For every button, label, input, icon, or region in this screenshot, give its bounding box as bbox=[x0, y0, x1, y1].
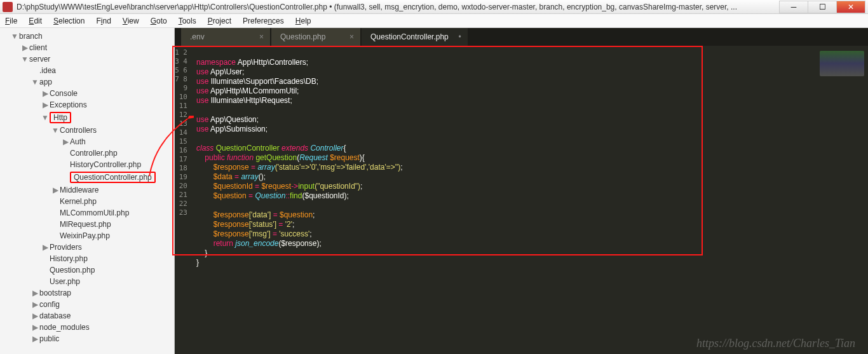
tree-label: QuestionController.php bbox=[70, 172, 156, 183]
menu-view[interactable]: View bbox=[123, 17, 139, 25]
tab-close-icon[interactable]: × bbox=[259, 32, 264, 41]
tree-label: Console bbox=[50, 89, 78, 98]
expand-icon[interactable]: ▼ bbox=[51, 126, 60, 135]
tab-close-icon[interactable]: • bbox=[459, 32, 461, 41]
tree-item[interactable]: ▼branch bbox=[0, 31, 174, 42]
tree-label: public bbox=[39, 334, 59, 343]
minimize-button[interactable]: ─ bbox=[779, 1, 808, 13]
expand-icon[interactable]: ▶ bbox=[51, 186, 60, 194]
menu-find[interactable]: Find bbox=[96, 17, 111, 25]
tree-item[interactable]: Controller.php bbox=[0, 147, 174, 159]
tab-label: Question.php bbox=[280, 32, 325, 41]
tree-item[interactable]: ▼app bbox=[0, 76, 174, 88]
menu-goto[interactable]: Goto bbox=[151, 17, 167, 25]
tree-item[interactable]: ▶Providers bbox=[0, 242, 174, 253]
editor-tab[interactable]: .env× bbox=[181, 28, 270, 46]
tree-label: User.php bbox=[50, 277, 80, 286]
tree-item[interactable]: ▶Auth bbox=[0, 136, 174, 147]
app-icon bbox=[3, 2, 13, 12]
close-button[interactable]: ✕ bbox=[836, 1, 865, 13]
tab-label: QuestionController.php bbox=[370, 32, 449, 41]
tree-item[interactable]: ▶public bbox=[0, 333, 174, 344]
tree-item[interactable]: ▶node_modules bbox=[0, 322, 174, 333]
tree-item[interactable]: ▶config bbox=[0, 299, 174, 310]
tree-item[interactable]: ▶Console bbox=[0, 88, 174, 99]
tree-label: Question.php bbox=[50, 266, 95, 275]
tree-label: Providers bbox=[50, 243, 82, 252]
menu-tools[interactable]: Tools bbox=[179, 17, 196, 25]
title-bar: D:\phpStudy\WWW\testEngLevel\branch\serv… bbox=[0, 0, 868, 14]
tree-label: MLCommomUtil.php bbox=[60, 208, 129, 217]
tree-item[interactable]: ▶Middleware bbox=[0, 184, 174, 196]
menu-project[interactable]: Project bbox=[208, 17, 231, 25]
editor-tab[interactable]: Question.php× bbox=[271, 28, 360, 46]
tree-item[interactable]: ▶Exceptions bbox=[0, 99, 174, 111]
tree-item[interactable]: MlRequest.php bbox=[0, 219, 174, 230]
tree-label: server bbox=[29, 55, 50, 64]
tree-label: config bbox=[39, 300, 60, 309]
tree-label: app bbox=[39, 78, 52, 86]
menu-file[interactable]: File bbox=[5, 17, 17, 25]
minimap[interactable] bbox=[811, 46, 868, 354]
expand-icon[interactable]: ▼ bbox=[41, 113, 50, 122]
tree-label: branch bbox=[19, 32, 43, 41]
tree-item[interactable]: WeixinPay.php bbox=[0, 230, 174, 242]
minimap-preview bbox=[820, 51, 864, 76]
window-title: D:\phpStudy\WWW\testEngLevel\branch\serv… bbox=[17, 3, 780, 11]
tree-label: History.php bbox=[50, 254, 88, 263]
tree-item[interactable]: User.php bbox=[0, 276, 174, 287]
expand-icon[interactable]: ▶ bbox=[31, 334, 39, 343]
tree-item[interactable]: ▼Controllers bbox=[0, 125, 174, 136]
window-controls: ─ ☐ ✕ bbox=[780, 1, 865, 13]
tree-label: Exceptions bbox=[50, 100, 87, 109]
tree-label: database bbox=[39, 311, 71, 320]
tree-label: client bbox=[29, 43, 47, 52]
sidebar[interactable]: ▼branch▶client▼server .idea▼app▶Console▶… bbox=[0, 28, 175, 354]
expand-icon[interactable]: ▶ bbox=[61, 137, 70, 146]
expand-icon[interactable]: ▶ bbox=[41, 100, 50, 109]
tree-label: Controller.php bbox=[70, 149, 118, 158]
tree-item[interactable]: Kernel.php bbox=[0, 196, 174, 207]
tab-close-icon[interactable]: × bbox=[349, 32, 354, 41]
tree-label: Auth bbox=[70, 137, 86, 146]
tree-item[interactable]: ▶database bbox=[0, 310, 174, 322]
menu-preferences[interactable]: Preferences bbox=[243, 17, 284, 25]
tree-item[interactable]: ▶client bbox=[0, 42, 174, 53]
expand-icon[interactable]: ▼ bbox=[31, 78, 39, 86]
editor-area: .env×Question.php×QuestionController.php… bbox=[175, 28, 868, 354]
expand-icon[interactable]: ▼ bbox=[20, 55, 29, 64]
tree-item[interactable]: QuestionController.php bbox=[0, 170, 174, 184]
expand-icon[interactable]: ▶ bbox=[31, 289, 39, 297]
tree-label: Kernel.php bbox=[60, 197, 97, 206]
menu-edit[interactable]: Edit bbox=[29, 17, 42, 25]
code-content[interactable]: namespace App\Http\Controllers; use App\… bbox=[190, 46, 811, 354]
code-wrapper: 1 2 3 4 5 6 7 8 9 10 11 12 13 14 15 16 1… bbox=[175, 46, 868, 354]
expand-icon[interactable]: ▶ bbox=[41, 243, 50, 252]
expand-icon[interactable]: ▶ bbox=[41, 89, 50, 98]
tree-label: bootstrap bbox=[39, 289, 71, 297]
tree-item[interactable]: HistoryController.php bbox=[0, 159, 174, 170]
tree-item[interactable]: ▶bootstrap bbox=[0, 287, 174, 299]
menu-help[interactable]: Help bbox=[295, 17, 311, 25]
tree-item[interactable]: MLCommomUtil.php bbox=[0, 207, 174, 219]
tree-item[interactable]: ▼server bbox=[0, 53, 174, 65]
tree-label: Middleware bbox=[60, 186, 98, 194]
menu-bar: File Edit Selection Find View Goto Tools… bbox=[0, 14, 868, 28]
expand-icon[interactable]: ▶ bbox=[31, 300, 39, 309]
tree-item[interactable]: Question.php bbox=[0, 264, 174, 276]
main-area: ▼branch▶client▼server .idea▼app▶Console▶… bbox=[0, 28, 868, 354]
tab-label: .env bbox=[190, 32, 205, 41]
editor-tab[interactable]: QuestionController.php• bbox=[362, 28, 468, 46]
menu-selection[interactable]: Selection bbox=[53, 17, 85, 25]
expand-icon[interactable]: ▶ bbox=[31, 311, 39, 320]
tree-label: Controllers bbox=[60, 126, 97, 135]
expand-icon[interactable]: ▶ bbox=[20, 43, 29, 52]
maximize-button[interactable]: ☐ bbox=[808, 1, 837, 13]
expand-icon[interactable]: ▶ bbox=[31, 323, 39, 332]
expand-icon[interactable]: ▼ bbox=[10, 32, 19, 41]
tree-label: .idea bbox=[39, 66, 56, 75]
tree-item[interactable]: .idea bbox=[0, 65, 174, 76]
tree-label: node_modules bbox=[39, 323, 90, 332]
tree-item[interactable]: History.php bbox=[0, 253, 174, 264]
tree-item[interactable]: ▼Http bbox=[0, 111, 174, 125]
